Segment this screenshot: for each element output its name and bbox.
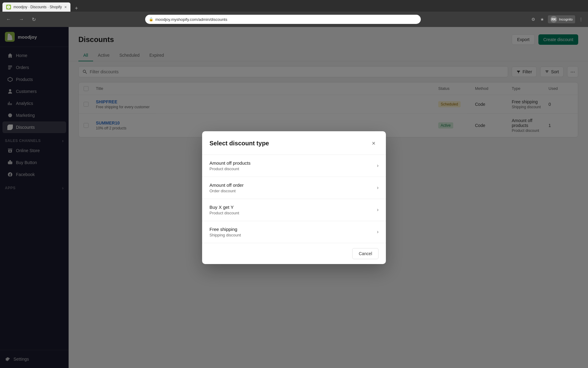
refresh-button[interactable]: ↻ [29, 15, 38, 24]
option-free-shipping-text: Free shipping Shipping discount [209, 227, 241, 237]
new-tab-button[interactable]: + [73, 5, 80, 12]
modal-body: Amount off products Product discount › A… [202, 155, 386, 243]
modal-overlay[interactable]: Select discount type × Amount off produc… [0, 27, 588, 368]
modal-title: Select discount type [209, 140, 269, 147]
option-amount-off-products-title: Amount off products [209, 160, 251, 166]
option-amount-off-products-chevron-icon: › [377, 163, 379, 168]
extensions-button[interactable]: ⚙ [530, 16, 537, 23]
bookmark-button[interactable]: ★ [539, 16, 545, 23]
option-amount-off-products-subtitle: Product discount [209, 167, 251, 171]
modal-close-button[interactable]: × [369, 139, 379, 148]
active-tab[interactable]: moodjoy · Discounts · Shopify × [2, 2, 70, 12]
option-amount-off-order-text: Amount off order Order discount [209, 182, 243, 193]
forward-button[interactable]: → [17, 15, 26, 23]
discount-option-amount-off-products[interactable]: Amount off products Product discount › [202, 155, 386, 177]
option-amount-off-order-chevron-icon: › [377, 185, 379, 190]
browser-toolbar: ← → ↻ 🔒 moodjoy.myshopify.com/admin/disc… [0, 12, 588, 27]
browser-menu-button[interactable]: ⋮ [578, 16, 584, 23]
option-buy-x-get-y-chevron-icon: › [377, 207, 379, 213]
cancel-button[interactable]: Cancel [352, 248, 379, 259]
address-text: moodjoy.myshopify.com/admin/discounts [155, 17, 227, 22]
select-discount-modal: Select discount type × Amount off produc… [202, 131, 386, 264]
modal-footer: Cancel [202, 243, 386, 264]
option-amount-off-products-text: Amount off products Product discount [209, 160, 251, 171]
tab-favicon-icon [6, 5, 11, 10]
address-bar[interactable]: 🔒 moodjoy.myshopify.com/admin/discounts [145, 15, 421, 24]
option-free-shipping-subtitle: Shipping discount [209, 233, 241, 237]
option-free-shipping-title: Free shipping [209, 227, 241, 232]
browser-tabs: moodjoy · Discounts · Shopify × + [0, 0, 588, 12]
tab-close-button[interactable]: × [64, 5, 67, 10]
incognito-avatar: RK [550, 16, 557, 23]
browser-chrome: moodjoy · Discounts · Shopify × + ← → ↻ … [0, 0, 588, 27]
discount-option-buy-x-get-y[interactable]: Buy X get Y Product discount › [202, 199, 386, 221]
option-amount-off-order-title: Amount off order [209, 182, 243, 188]
lock-icon: 🔒 [149, 17, 153, 21]
incognito-badge: RK Incognito [548, 15, 575, 23]
back-button[interactable]: ← [4, 15, 13, 23]
option-amount-off-order-subtitle: Order discount [209, 189, 243, 193]
option-buy-x-get-y-title: Buy X get Y [209, 205, 239, 210]
browser-actions: ⚙ ★ RK Incognito ⋮ [530, 15, 584, 23]
option-free-shipping-chevron-icon: › [377, 229, 379, 235]
modal-header: Select discount type × [202, 131, 386, 155]
discount-option-free-shipping[interactable]: Free shipping Shipping discount › [202, 221, 386, 243]
option-buy-x-get-y-text: Buy X get Y Product discount [209, 205, 239, 215]
discount-option-amount-off-order[interactable]: Amount off order Order discount › [202, 177, 386, 199]
tab-title: moodjoy · Discounts · Shopify [13, 5, 62, 9]
option-buy-x-get-y-subtitle: Product discount [209, 211, 239, 215]
